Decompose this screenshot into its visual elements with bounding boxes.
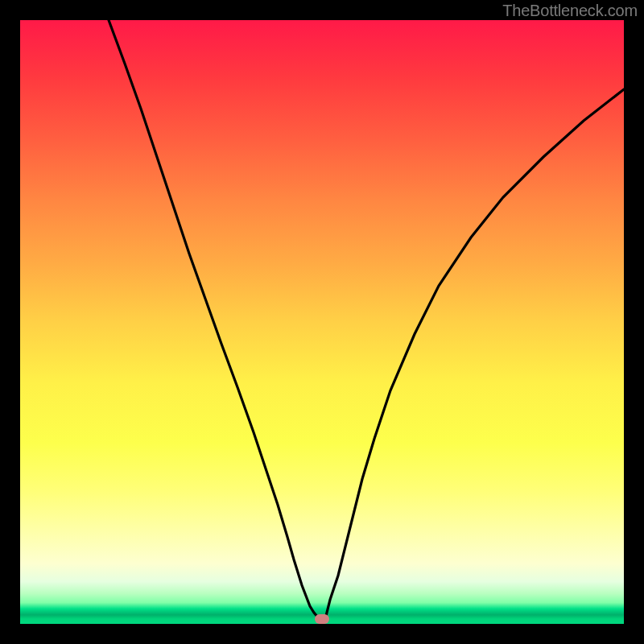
plot-area xyxy=(20,20,624,624)
chart-container: TheBottleneck.com xyxy=(0,0,644,644)
bottleneck-curve xyxy=(20,20,624,624)
watermark-text: TheBottleneck.com xyxy=(502,2,638,20)
optimal-point-marker xyxy=(315,614,329,624)
